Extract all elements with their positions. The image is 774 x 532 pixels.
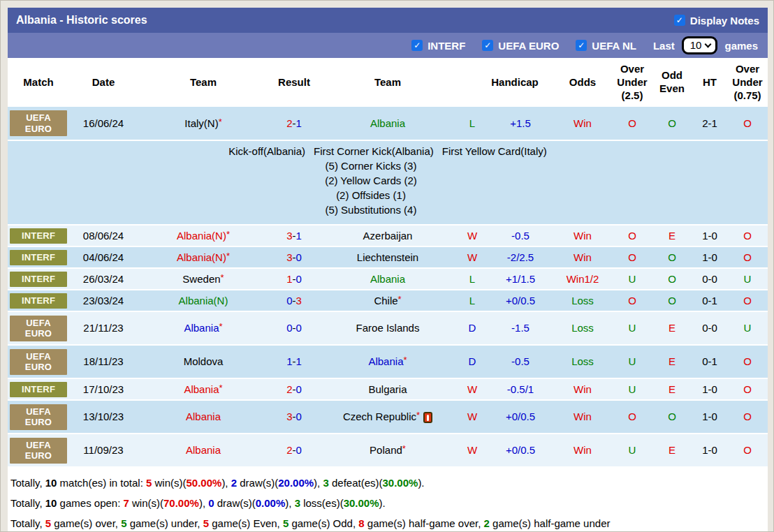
over-under-0-75-cell: O xyxy=(727,434,768,467)
totals-segment: 3 xyxy=(295,497,300,509)
over-under-0-75: O xyxy=(743,383,752,395)
over-under-2-5: O xyxy=(628,230,636,242)
over-under-0-75-cell: O xyxy=(727,378,768,400)
over-under-2-5: U xyxy=(629,273,636,285)
over-under-2-5: U xyxy=(629,355,636,367)
over-under-0-75-cell: O xyxy=(727,345,768,378)
odd-even: O xyxy=(668,295,676,306)
page: Albania - Historic scores ✓ Display Note… xyxy=(1,1,774,532)
match-date: 21/11/23 xyxy=(69,311,138,345)
score: 3-1 xyxy=(269,225,319,246)
handicap-value: -2/2.5 xyxy=(507,251,534,263)
col-match: Match xyxy=(8,58,69,107)
note-stat-line: (5) Substitutions (4) xyxy=(0,202,751,217)
filter-interf[interactable]: ✓ INTERF xyxy=(411,40,465,52)
totals-segment: game(s) half-game over, xyxy=(365,517,484,529)
match-date: 11/09/23 xyxy=(69,434,138,467)
chevron-down-icon xyxy=(705,40,712,47)
competition-badge: UEFA EURO xyxy=(10,438,67,464)
handicap-value: -0.5 xyxy=(511,230,530,242)
star-marker: * xyxy=(226,229,230,239)
totals-footer: Totally, 10 match(es) in total: 5 win(s)… xyxy=(8,468,768,532)
filter-uefa-euro[interactable]: ✓ UEFA EURO xyxy=(482,40,559,52)
team-cell: Albania(N)* xyxy=(138,225,269,246)
over-under-0-75: O xyxy=(743,251,752,263)
last-games-select[interactable]: 10 xyxy=(682,36,718,54)
away-goals: 1 xyxy=(296,230,302,242)
totals-segment: 10 xyxy=(45,497,57,509)
match-row: UEFA EURO16/06/24Italy(N)*2-1AlbaniaL+1.… xyxy=(8,107,768,140)
display-notes-checkbox-icon[interactable]: ✓ xyxy=(674,15,685,26)
away-goals: 0 xyxy=(296,411,302,422)
match-row: INTERF17/10/23Albania*2-0BulgariaW-0.5/1… xyxy=(8,378,768,400)
interf-checkbox-icon[interactable]: ✓ xyxy=(411,40,423,51)
totals-segment: win(s)( xyxy=(152,477,186,489)
totals-segment: ). xyxy=(418,477,424,489)
match-date: 13/10/23 xyxy=(69,400,138,434)
totals-segment: 20.00% xyxy=(278,477,314,489)
odds-value: Win xyxy=(574,251,592,263)
over-under-0-75: O xyxy=(743,411,752,422)
odds-value-cell: Loss xyxy=(553,290,613,311)
odds-value: Win xyxy=(574,411,592,422)
away-goals: 1 xyxy=(296,117,302,129)
home-goals: 2 xyxy=(286,117,292,129)
totals-segment: game(s) over, xyxy=(51,517,121,529)
odds-value-cell: Win xyxy=(553,378,613,400)
totals-segment: defeat(es)( xyxy=(329,477,383,489)
filter-uefa-nl[interactable]: ✓ UEFA NL xyxy=(576,40,636,52)
competition-badge: UEFA EURO xyxy=(10,316,67,341)
odds-value-cell: Win1/2 xyxy=(553,268,613,290)
totals-segment: 7 xyxy=(124,497,129,509)
star-marker: * xyxy=(219,383,222,393)
odd-even-cell: E xyxy=(652,434,692,467)
over-under-2-5: O xyxy=(628,251,636,263)
match-row: UEFA EURO21/11/23Albania*0-0Faroe Island… xyxy=(8,311,768,345)
note-item: Kick-off(Albania) xyxy=(228,145,305,157)
match-cell: UEFA EURO xyxy=(8,107,69,140)
uefa-euro-checkbox-icon[interactable]: ✓ xyxy=(482,40,493,51)
wld-indicator-cell: W xyxy=(456,400,488,434)
totals-segment: ), xyxy=(199,497,208,509)
odd-even-cell: O xyxy=(652,107,692,140)
handicap-value-cell: -2/2.5 xyxy=(488,246,553,268)
ht-score: 0-1 xyxy=(692,345,727,378)
away-goals: 3 xyxy=(296,295,302,306)
totals-segment: game(s) under, xyxy=(126,517,203,529)
totals-segment: ), xyxy=(221,477,231,489)
team-name: Albania xyxy=(370,273,405,285)
handicap-value-cell: -0.5 xyxy=(488,345,553,378)
odds-value: Loss xyxy=(571,295,594,306)
team-name: Albania(N) xyxy=(177,251,226,263)
team-name: Albania xyxy=(186,411,221,422)
odds-value-cell: Win xyxy=(553,225,613,246)
odd-even-cell: O xyxy=(652,400,692,434)
team-name: Liechtenstein xyxy=(357,251,418,263)
competition-badge: INTERF xyxy=(10,382,67,397)
odds-value: Loss xyxy=(571,355,594,367)
ht-score: 1-0 xyxy=(692,225,727,246)
wld-indicator-cell: W xyxy=(456,378,488,400)
competition-badge: UEFA EURO xyxy=(10,110,67,136)
uefa-nl-checkbox-icon[interactable]: ✓ xyxy=(576,40,587,51)
over-under-2-5-cell: U xyxy=(613,268,652,290)
display-notes-toggle[interactable]: ✓ Display Notes xyxy=(674,15,759,27)
away-goals: 0 xyxy=(296,383,302,395)
over-under-0-75-cell: U xyxy=(727,311,768,345)
team-name: Albania xyxy=(184,383,219,395)
odds-value: Win xyxy=(574,444,592,456)
score: 0-0 xyxy=(269,311,319,345)
handicap-value: -0.5/1 xyxy=(507,383,534,395)
over-under-0-75-cell: U xyxy=(727,268,768,290)
handicap-value: +0/0.5 xyxy=(506,295,535,306)
historic-scores-widget: Albania - Historic scores ✓ Display Note… xyxy=(8,8,768,532)
over-under-2-5-cell: U xyxy=(613,345,652,378)
ht-score: 0-1 xyxy=(692,290,727,311)
totals-segment: 2 xyxy=(231,477,237,489)
home-goals: 2 xyxy=(286,444,292,456)
odds-value: Win xyxy=(574,117,592,129)
handicap-value: -0.5 xyxy=(511,355,530,367)
over-under-0-75: O xyxy=(743,117,752,129)
totals-segment: 0.00% xyxy=(256,497,286,509)
page-title: Albania - Historic scores xyxy=(16,14,147,27)
